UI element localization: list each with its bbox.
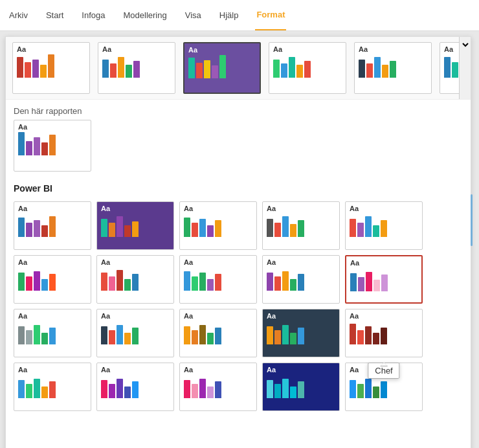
bar bbox=[304, 61, 311, 78]
theme-card-5[interactable]: Aa bbox=[354, 42, 432, 94]
theme-bars bbox=[188, 55, 256, 78]
theme-bars bbox=[101, 375, 170, 398]
theme-aa-label: Aa bbox=[188, 46, 256, 54]
bar bbox=[207, 279, 214, 291]
bar bbox=[219, 55, 226, 78]
bar bbox=[132, 274, 139, 291]
theme-card-12[interactable]: Aa bbox=[96, 309, 174, 357]
bar bbox=[444, 57, 451, 78]
theme-aa-label: Aa bbox=[18, 366, 87, 374]
theme-bars bbox=[350, 268, 418, 291]
theme-card-8[interactable]: Aa bbox=[179, 255, 257, 304]
theme-card-15[interactable]: AaChef bbox=[345, 309, 423, 357]
tab-hjalp[interactable]: Hjälp bbox=[218, 0, 240, 30]
bar bbox=[102, 60, 109, 78]
theme-bars bbox=[18, 321, 87, 344]
theme-bars bbox=[267, 375, 335, 398]
bar bbox=[350, 380, 356, 398]
bar bbox=[267, 326, 273, 344]
bar bbox=[196, 63, 203, 78]
theme-card-17[interactable]: Aa bbox=[96, 363, 174, 411]
tab-visa[interactable]: Visa bbox=[184, 0, 203, 30]
theme-aa-label: Aa bbox=[184, 312, 252, 320]
tab-infoga[interactable]: Infoga bbox=[80, 0, 106, 30]
theme-card-5[interactable]: Aa bbox=[345, 201, 423, 250]
theme-aa-label: Aa bbox=[102, 45, 171, 53]
theme-card-1[interactable]: Aa bbox=[12, 42, 90, 94]
bar bbox=[365, 379, 372, 398]
theme-bars bbox=[101, 214, 170, 237]
bar bbox=[350, 273, 357, 291]
bar bbox=[34, 271, 40, 291]
bar bbox=[298, 328, 304, 344]
bar bbox=[350, 219, 356, 237]
theme-aa-label: Aa bbox=[17, 45, 85, 53]
theme-bars bbox=[267, 214, 335, 237]
bar bbox=[41, 142, 48, 155]
theme-card-9[interactable]: Aa bbox=[262, 255, 340, 304]
bar bbox=[184, 380, 190, 398]
app-window: Arkiv Start Infoga Modellering Visa Hjäl… bbox=[0, 0, 479, 448]
bar bbox=[452, 62, 458, 78]
theme-card-2[interactable]: Aa bbox=[96, 201, 174, 250]
theme-card-2[interactable]: Aa bbox=[98, 42, 175, 94]
tab-format[interactable]: Format bbox=[255, 0, 286, 30]
theme-card-1[interactable]: Aa bbox=[14, 201, 91, 250]
bar bbox=[282, 325, 289, 344]
bar bbox=[132, 221, 139, 237]
current-theme-card[interactable]: Aa bbox=[14, 120, 91, 172]
theme-bars bbox=[101, 267, 170, 291]
tab-start[interactable]: Start bbox=[45, 0, 65, 30]
bar bbox=[132, 381, 139, 398]
theme-card-11[interactable]: Aa bbox=[14, 309, 91, 357]
bar bbox=[118, 57, 124, 78]
bar bbox=[282, 379, 289, 398]
theme-card-20[interactable]: Aa bbox=[345, 363, 423, 411]
bar bbox=[381, 328, 387, 344]
bar bbox=[207, 333, 214, 344]
theme-card-13[interactable]: Aa bbox=[179, 309, 257, 357]
theme-card-3[interactable]: Aa bbox=[183, 42, 261, 94]
bar bbox=[290, 386, 296, 398]
bar bbox=[373, 280, 380, 291]
theme-card-4[interactable]: Aa bbox=[262, 201, 340, 250]
bar bbox=[18, 326, 25, 344]
tab-modellering[interactable]: Modellering bbox=[122, 0, 168, 30]
bar bbox=[358, 277, 364, 291]
bar bbox=[17, 57, 23, 78]
bar bbox=[124, 279, 131, 291]
theme-card-14[interactable]: Aa bbox=[262, 309, 340, 357]
tab-arkiv[interactable]: Arkiv bbox=[8, 0, 29, 30]
theme-aa-label: Aa bbox=[350, 205, 418, 212]
bar bbox=[298, 381, 304, 398]
scroll-dropdown[interactable]: ▼ bbox=[460, 41, 471, 49]
bar bbox=[18, 380, 25, 398]
bar bbox=[381, 381, 387, 398]
theme-bars bbox=[17, 54, 85, 78]
theme-card-3[interactable]: Aa bbox=[179, 201, 257, 250]
bar bbox=[199, 379, 206, 398]
bar bbox=[267, 273, 273, 291]
theme-aa-label: Aa bbox=[267, 312, 335, 320]
bar bbox=[18, 132, 25, 155]
theme-bars bbox=[184, 267, 252, 291]
theme-card-16[interactable]: Aa bbox=[14, 363, 91, 411]
theme-card-18[interactable]: Aa bbox=[179, 363, 257, 411]
theme-card-7[interactable]: Aa bbox=[96, 255, 174, 304]
theme-bars bbox=[350, 375, 418, 398]
bar bbox=[34, 325, 40, 344]
theme-bars bbox=[184, 321, 252, 344]
theme-card-10[interactable]: Aa bbox=[345, 255, 423, 304]
theme-card-6[interactable]: Aa bbox=[14, 255, 91, 304]
theme-aa-label: Aa bbox=[350, 312, 418, 320]
bar bbox=[274, 276, 281, 291]
bar bbox=[49, 328, 56, 344]
powerbi-themes-grid: AaAaAaAaAaAaAaAaAaAaAaAaAaAaAaChefAaAaAa… bbox=[6, 197, 471, 415]
bar bbox=[26, 223, 32, 237]
theme-aa-label: Aa bbox=[267, 205, 335, 212]
theme-card-19[interactable]: Aa bbox=[262, 363, 340, 411]
theme-aa-label: Aa bbox=[101, 258, 170, 266]
bar bbox=[267, 380, 273, 398]
theme-card-4[interactable]: Aa bbox=[269, 42, 346, 94]
bar bbox=[192, 384, 198, 398]
